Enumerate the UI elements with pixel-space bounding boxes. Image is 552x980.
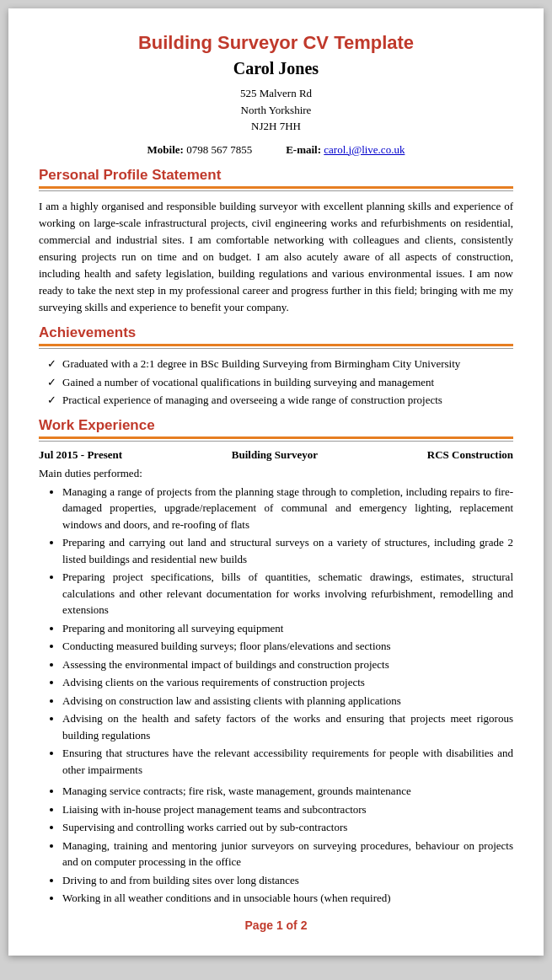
mobile-number: 0798 567 7855 bbox=[186, 143, 252, 156]
email-link[interactable]: carol.j@live.co.uk bbox=[324, 143, 405, 156]
email-info: E-mail: carol.j@live.co.uk bbox=[286, 143, 405, 157]
job-period: Jul 2015 - Present bbox=[39, 448, 122, 462]
document-title: Building Surveyor CV Template bbox=[39, 32, 513, 54]
section-heading-achievements: Achievements bbox=[39, 324, 513, 341]
address-line2: North Yorkshire bbox=[241, 104, 312, 116]
achievement-item: Practical experience of managing and ove… bbox=[47, 392, 513, 409]
divider-gray-profile bbox=[39, 190, 513, 191]
divider-orange-work bbox=[39, 436, 513, 439]
duties-list-2: Managing service contracts; fire risk, w… bbox=[39, 783, 513, 907]
achievement-item: Graduated with a 2:1 degree in BSc Build… bbox=[47, 356, 513, 372]
mobile-label: Mobile: bbox=[147, 143, 184, 156]
duty-item: Advising on construction law and assisti… bbox=[62, 693, 513, 710]
duty-item: Preparing and monitoring all surveying e… bbox=[62, 620, 513, 637]
duty-item: Conducting measured building surveys; fl… bbox=[62, 638, 513, 655]
duty-item: Advising on the health and safety factor… bbox=[62, 710, 513, 743]
address-line3: NJ2H 7HH bbox=[251, 120, 301, 132]
main-duties-label: Main duties performed: bbox=[39, 467, 513, 480]
cv-page: Building Surveyor CV Template Carol Jone… bbox=[8, 8, 544, 956]
page-footer: Page 1 of 2 bbox=[39, 918, 513, 932]
contact-row: Mobile: 0798 567 7855 E-mail: carol.j@li… bbox=[39, 143, 513, 157]
section-heading-profile: Personal Profile Statement bbox=[39, 167, 513, 184]
work-header-row: Jul 2015 - Present Building Surveyor RCS… bbox=[39, 448, 513, 462]
duties-list-1: Managing a range of projects from the pl… bbox=[39, 484, 513, 779]
duty-item: Managing a range of projects from the pl… bbox=[62, 484, 513, 533]
achievements-list: Graduated with a 2:1 degree in BSc Build… bbox=[39, 356, 513, 409]
duty-item: Assessing the environmental impact of bu… bbox=[62, 656, 513, 673]
divider-gray-work bbox=[39, 441, 513, 442]
candidate-name: Carol Jones bbox=[39, 59, 513, 78]
divider-orange-achievements bbox=[39, 344, 513, 346]
duty-item: Managing service contracts; fire risk, w… bbox=[62, 783, 513, 800]
email-label: E-mail: bbox=[286, 143, 321, 156]
achievement-item: Gained a number of vocational qualificat… bbox=[47, 374, 513, 391]
duty-item: Preparing project specifications, bills … bbox=[62, 569, 513, 619]
duty-item: Liaising with in-house project managemen… bbox=[62, 801, 513, 818]
duty-item: Working in all weather conditions and in… bbox=[62, 890, 513, 907]
duty-item: Managing, training and mentoring junior … bbox=[62, 838, 513, 870]
section-heading-work: Work Experience bbox=[39, 417, 513, 434]
duty-item: Advising clients on the various requirem… bbox=[62, 674, 513, 691]
duty-item: Ensuring that structures have the releva… bbox=[62, 745, 513, 778]
profile-text: I am a highly organised and responsible … bbox=[39, 198, 513, 317]
mobile-info: Mobile: 0798 567 7855 bbox=[147, 143, 253, 157]
address-block: 525 Malvern Rd North Yorkshire NJ2H 7HH bbox=[39, 85, 513, 135]
job-company: RCS Construction bbox=[427, 448, 513, 462]
divider-orange-profile bbox=[39, 186, 513, 189]
duty-item: Preparing and carrying out land and stru… bbox=[62, 534, 513, 567]
job-title: Building Surveyor bbox=[232, 448, 318, 462]
duty-item: Driving to and from building sites over … bbox=[62, 872, 513, 889]
duty-item: Supervising and controlling works carrie… bbox=[62, 819, 513, 836]
divider-gray-achievements bbox=[39, 348, 513, 349]
address-line1: 525 Malvern Rd bbox=[240, 87, 312, 99]
